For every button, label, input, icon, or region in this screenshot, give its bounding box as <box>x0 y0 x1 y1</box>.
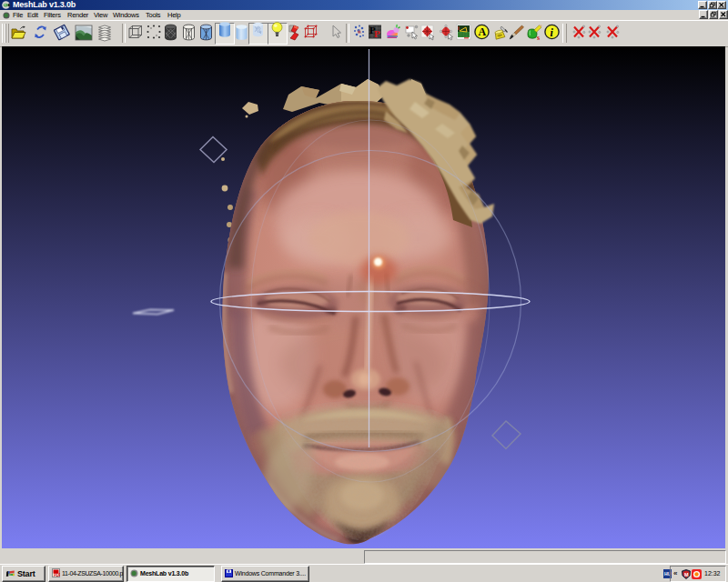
svg-text:PDF: PDF <box>54 573 60 577</box>
svg-text:P: P <box>374 28 380 39</box>
svg-text:A: A <box>479 25 487 38</box>
svg-text:M: M <box>684 572 689 577</box>
svg-text:s: s <box>537 34 540 42</box>
